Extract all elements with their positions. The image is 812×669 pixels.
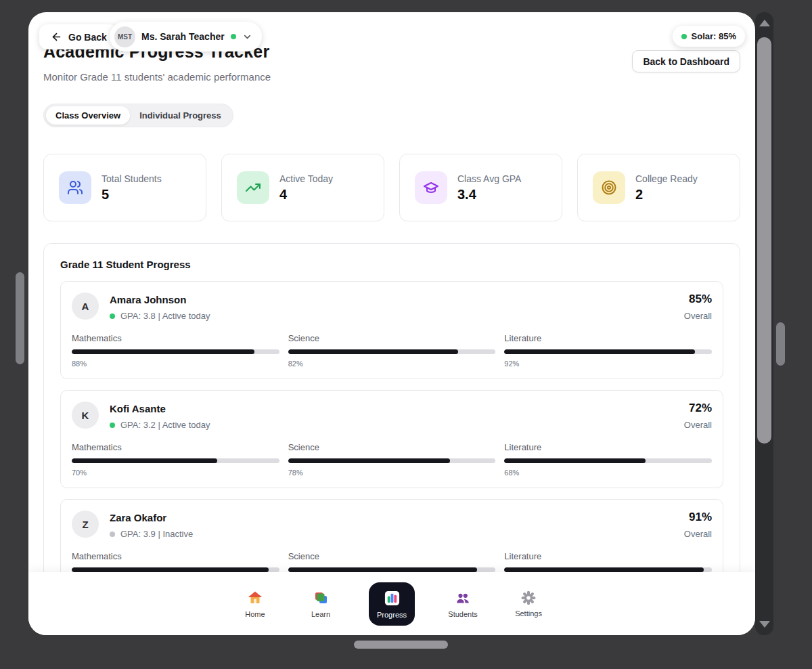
overall-label: Overall	[684, 529, 712, 539]
progress-bar-fill	[288, 458, 450, 463]
nav-item-students[interactable]: Students	[445, 590, 480, 618]
bottom-nav: Home Learn Progress Students	[28, 572, 755, 635]
teacher-profile-button[interactable]: MST Ms. Sarah Teacher	[110, 22, 262, 51]
subject-percent: 70%	[72, 469, 279, 477]
stat-card-total-students: Total Students 5	[43, 154, 206, 221]
gpa-status-text: GPA: 3.2 | Active today	[120, 420, 210, 430]
subject-percent: 88%	[72, 360, 279, 368]
gpa-status-text: GPA: 3.8 | Active today	[120, 311, 210, 321]
subject-label: Science	[288, 442, 496, 452]
scrollbar-down-arrow[interactable]	[759, 621, 770, 628]
overall-label: Overall	[684, 420, 712, 430]
go-back-button[interactable]: Go Back	[39, 24, 118, 49]
stat-card-college-ready: College Ready 2	[577, 154, 740, 221]
overall-percent: 72%	[684, 402, 712, 415]
nav-item-progress[interactable]: Progress	[369, 582, 415, 626]
progress-bar-fill	[72, 349, 254, 354]
progress-icon	[384, 590, 401, 607]
subject-percent: 68%	[504, 469, 712, 477]
stat-value: 3.4	[457, 187, 521, 202]
nav-label: Students	[448, 611, 477, 618]
subject-label: Mathematics	[72, 442, 279, 452]
trending-up-icon	[237, 171, 269, 204]
scrollbar-up-arrow[interactable]	[759, 20, 770, 26]
avatar: K	[72, 402, 99, 429]
progress-bar	[288, 567, 496, 572]
student-card: A Amara Johnson GPA: 3.8 | Active today …	[60, 281, 723, 379]
progress-bar-fill	[288, 567, 477, 572]
student-name: Amara Johnson	[110, 293, 684, 305]
teacher-avatar: MST	[114, 26, 135, 47]
student-name: Kofi Asante	[110, 402, 684, 414]
nav-label: Progress	[377, 611, 407, 619]
status-dot	[110, 314, 115, 319]
subject-label: Mathematics	[72, 333, 279, 343]
scrollbar[interactable]	[755, 12, 773, 635]
avatar: Z	[72, 511, 99, 538]
solar-status-label: Solar: 85%	[692, 31, 736, 41]
stat-label: College Ready	[635, 173, 698, 184]
subject-percent: 92%	[504, 360, 712, 368]
stat-value: 2	[635, 187, 698, 202]
overall-percent: 85%	[684, 293, 712, 306]
stat-label: Class Avg GPA	[457, 173, 521, 184]
online-status-dot	[231, 34, 236, 39]
stat-label: Active Today	[279, 173, 333, 184]
stats-row: Total Students 5 Active Today 4	[43, 154, 740, 221]
progress-bar	[288, 349, 496, 354]
progress-panel-title: Grade 11 Student Progress	[60, 259, 723, 270]
progress-bar	[288, 458, 496, 463]
back-to-dashboard-button[interactable]: Back to Dashboard	[632, 50, 740, 72]
nav-item-learn[interactable]: Learn	[303, 590, 338, 618]
overall-percent: 91%	[684, 511, 712, 524]
student-card: K Kofi Asante GPA: 3.2 | Active today 72…	[60, 390, 723, 488]
nav-label: Home	[245, 611, 265, 618]
subject-label: Science	[288, 333, 496, 343]
subject-label: Mathematics	[72, 551, 279, 561]
gpa-status-text: GPA: 3.9 | Inactive	[120, 529, 193, 539]
stat-value: 4	[279, 187, 333, 202]
progress-bar	[504, 567, 712, 572]
progress-bar-fill	[504, 349, 695, 354]
progress-bar-fill	[504, 458, 646, 463]
graduation-cap-icon	[415, 171, 447, 204]
scrollbar-thumb[interactable]	[757, 37, 771, 444]
progress-bar	[72, 349, 279, 354]
progress-bar-fill	[72, 458, 217, 463]
subject-label: Literature	[504, 333, 712, 343]
device-frame: Go Back MST Ms. Sarah Teacher Solar: 85%…	[0, 0, 812, 669]
subject-percent: 82%	[288, 360, 496, 368]
main-content: Academic Progress Tracker Monitor Grade …	[28, 12, 755, 614]
solar-status-dot	[681, 34, 687, 39]
progress-bar	[72, 458, 279, 463]
progress-bar-fill	[72, 567, 269, 572]
progress-bar-fill	[288, 349, 458, 354]
stat-label: Total Students	[102, 173, 162, 184]
nav-item-home[interactable]: Home	[238, 590, 273, 618]
device-bottom-handle[interactable]	[354, 641, 448, 649]
stat-value: 5	[102, 187, 162, 202]
students-icon	[455, 590, 471, 606]
subject-label: Literature	[504, 442, 712, 452]
stat-card-class-avg-gpa: Class Avg GPA 3.4	[399, 154, 562, 221]
teacher-name: Ms. Sarah Teacher	[141, 31, 225, 42]
go-back-label: Go Back	[68, 32, 107, 43]
device-side-button-left[interactable]	[16, 272, 24, 364]
device-side-button-right[interactable]	[776, 322, 785, 366]
nav-item-settings[interactable]: Settings	[511, 590, 546, 618]
solar-status-badge: Solar: 85%	[673, 26, 745, 47]
tab-individual-progress[interactable]: Individual Progress	[130, 106, 231, 125]
progress-panel: Grade 11 Student Progress A Amara Johnso…	[43, 243, 740, 614]
tab-class-overview[interactable]: Class Overview	[46, 106, 130, 125]
nav-label: Learn	[311, 611, 330, 618]
target-icon	[593, 171, 625, 204]
progress-bar-fill	[504, 567, 703, 572]
progress-bar	[504, 349, 712, 354]
app-window: Go Back MST Ms. Sarah Teacher Solar: 85%…	[28, 12, 755, 635]
progress-bar	[72, 567, 279, 572]
learn-icon	[313, 590, 329, 606]
chevron-down-icon	[242, 32, 252, 42]
nav-label: Settings	[515, 610, 542, 618]
student-name: Zara Okafor	[110, 511, 684, 523]
subject-label: Science	[288, 551, 496, 561]
